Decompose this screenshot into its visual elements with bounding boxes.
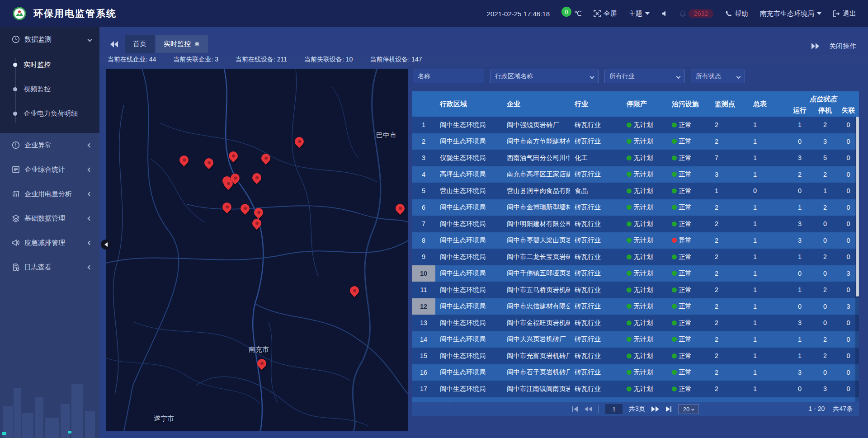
table-row[interactable]: 10阆中生态环境局阆中千佛镇五郎垭页岩砖瓦行业无计划正常21003: [412, 265, 859, 282]
logout-button[interactable]: 退出: [833, 9, 856, 18]
sidebar: 数据监测实时监控视频监控企业电力负荷明细企业异常企业综合统计企业用电量分析基础数…: [0, 27, 99, 438]
table-row[interactable]: 4高坪生态环境局南充市高坪区王家店建砖瓦行业无计划正常31220: [412, 166, 859, 183]
table-row[interactable]: 14阆中生态环境局阆中大兴页岩机砖厂砖瓦行业无计划正常21120: [412, 331, 859, 348]
cell-stopped: 0: [812, 216, 838, 232]
map-panel[interactable]: 巴中市南充市遂宁市: [106, 69, 408, 431]
enterprise-table: 行政区域 企业 行业 停限产 治污设施 监测点 总表 点位状态 运行 停机 失联…: [412, 91, 859, 402]
table-scrollbar[interactable]: [855, 117, 859, 402]
cell-region: 高坪生态环境局: [435, 166, 502, 183]
app-title: 环保用电监管系统: [33, 7, 117, 20]
cell-running: 3: [787, 216, 812, 232]
table-row[interactable]: 9阆中生态环境局阆中市二龙长宝页岩砖砖瓦行业无计划正常21120: [412, 249, 859, 265]
sidebar-item-2[interactable]: 企业异常: [0, 133, 99, 157]
status-dot-icon: [672, 337, 677, 342]
sidebar-subitem-视频监控[interactable]: 视频监控: [0, 77, 99, 101]
sidebar-subitem-企业电力负荷明细[interactable]: 企业电力负荷明细: [0, 101, 99, 126]
cell-running: 0: [787, 397, 812, 403]
table-row[interactable]: 15阆中生态环境局阆中市光富页岩机砖厂砖瓦行业无计划正常21120: [412, 348, 859, 364]
table-row[interactable]: 5营山生态环境局营山县润丰肉食品有限食品无计划正常10010: [412, 183, 859, 199]
sidebar-item-1[interactable]: 数据监测: [0, 27, 99, 52]
sidebar-item-3[interactable]: 企业综合统计: [0, 157, 99, 182]
org-dropdown[interactable]: 南充市生态环境局: [760, 9, 821, 18]
speaker-icon: [661, 10, 668, 17]
table-row[interactable]: 16阆中生态环境局阆中市石子页岩机砖厂砖瓦行业无计划正常21300: [412, 364, 859, 381]
sidebar-subitem-label: 企业电力负荷明细: [24, 109, 78, 118]
stat-当前在线企业: 当前在线企业: 44: [108, 56, 156, 64]
cell-industry: 砖瓦行业: [570, 282, 622, 298]
table-row[interactable]: 11阆中生态环境局阆中市五马桥页岩机砖砖瓦行业无计划正常21120: [412, 282, 859, 298]
name-search-input[interactable]: 名称: [413, 70, 484, 83]
cell-company: 西南油气田分公司川中: [502, 150, 570, 166]
col-region: 行政区域: [435, 91, 502, 117]
notifications[interactable]: 2632: [679, 9, 713, 18]
table-row[interactable]: 7阆中生态环境局阆中明阳建材有限公司砖瓦行业无计划正常21300: [412, 216, 859, 232]
sidebar-item-6[interactable]: 应急减排管理: [0, 231, 99, 255]
table-row[interactable]: 6阆中生态环境局阆中市金博瑞新型墙材砖瓦行业无计划正常21120: [412, 199, 859, 216]
close-operations-button[interactable]: 关闭操作: [829, 42, 856, 51]
table-row[interactable]: 17阆中生态环境局阆中市江南镇阆南页岩砖瓦行业无计划正常21030: [412, 381, 859, 397]
next-page-button[interactable]: [651, 406, 659, 412]
cell-region: 营山生态环境局: [435, 183, 502, 199]
cell-limit-status: 无计划: [622, 282, 667, 298]
cell-stopped: 0: [812, 315, 838, 331]
status-dot-icon: [627, 155, 632, 160]
table-row[interactable]: 18南部生态环境局南部县砌华小河有限公建材加工无计划正常50050: [412, 397, 859, 403]
first-page-button[interactable]: [572, 406, 578, 412]
pagination-info: 1 - 20 共47条: [809, 405, 853, 413]
row-index: 18: [412, 397, 435, 403]
city-label-巴中市: 巴中市: [376, 131, 396, 140]
fullscreen-button[interactable]: 全屏: [594, 9, 617, 18]
sidebar-item-5[interactable]: 基础数据管理: [0, 206, 99, 231]
close-tab-icon[interactable]: ⊗: [194, 40, 200, 47]
last-page-button[interactable]: [665, 406, 672, 412]
row-index: 8: [412, 232, 435, 249]
table-row[interactable]: 13阆中生态环境局阆中市金福旺页岩机砖砖瓦行业无计划正常21300: [412, 315, 859, 331]
sidebar-item-label: 企业用电量分析: [24, 190, 72, 198]
page-number-input[interactable]: 1: [605, 404, 623, 414]
name-input-placeholder: 名称: [418, 72, 430, 80]
cell-meters: 1: [749, 282, 787, 298]
cell-company: 阆中市光富页岩机砖厂: [502, 348, 570, 364]
row-index: 11: [412, 282, 435, 298]
table-row[interactable]: 3仪陇生态环境局西南油气田分公司川中化工无计划正常71350: [412, 150, 859, 166]
scroll-tabs-left-icon[interactable]: [110, 41, 118, 47]
scrollbar-thumb[interactable]: [856, 117, 859, 297]
cell-company: 阆中市五马桥页岩机砖: [502, 282, 570, 298]
city-skyline-decoration: [0, 370, 99, 438]
cell-industry: 砖瓦行业: [570, 315, 622, 331]
status-dot-icon: [627, 320, 632, 325]
cell-facility-status: 正常: [667, 166, 710, 183]
table-header: 行政区域 企业 行业 停限产 治污设施 监测点 总表 点位状态 运行 停机 失联: [412, 91, 859, 117]
bullet-dot-icon: [13, 63, 17, 67]
help-button[interactable]: 帮助: [725, 9, 748, 18]
table-row[interactable]: 8阆中生态环境局阆中市枣碧大梁山页岩砖瓦行业无计划异常21300: [412, 232, 859, 249]
map-collapse-button[interactable]: [101, 240, 111, 250]
cell-region: 阆中生态环境局: [435, 298, 502, 315]
sidebar-item-7[interactable]: 日志查看: [0, 255, 99, 279]
tab-首页[interactable]: 首页: [125, 35, 155, 53]
cell-points: 2: [710, 381, 749, 397]
cell-limit-status: 无计划: [622, 216, 667, 232]
cell-stopped: 2: [812, 249, 838, 265]
sidebar-item-4[interactable]: 企业用电量分析: [0, 182, 99, 206]
stat-当前停机设备: 当前停机设备: 147: [370, 56, 422, 64]
tab-实时监控[interactable]: 实时监控⊗: [156, 35, 208, 53]
scroll-tabs-right-icon[interactable]: [811, 43, 819, 49]
region-select[interactable]: 行政区域名称: [490, 70, 599, 83]
col-facility: 治污设施: [667, 91, 710, 117]
cell-region: 仪陇生态环境局: [435, 150, 502, 166]
sidebar-subitem-实时监控[interactable]: 实时监控: [0, 52, 99, 77]
table-row[interactable]: 2阆中生态环境局阆中市南方节能建材有砖瓦行业无计划正常21030: [412, 133, 859, 150]
mute-button[interactable]: [661, 10, 668, 17]
table-row[interactable]: 12阆中生态环境局阆中市忠信建材有限公砖瓦行业无计划正常21003: [412, 298, 859, 315]
row-index: 1: [412, 117, 435, 133]
theme-dropdown[interactable]: 主题: [629, 9, 650, 18]
row-index: 12: [412, 298, 435, 315]
sidebar-item-label: 企业综合统计: [24, 165, 65, 174]
table-row[interactable]: 1阆中生态环境局阆中强锐页岩砖厂砖瓦行业无计划正常21120: [412, 117, 859, 133]
status-select[interactable]: 所有状态: [691, 70, 745, 83]
cell-meters: 1: [749, 216, 787, 232]
prev-page-button[interactable]: [585, 406, 592, 412]
industry-select[interactable]: 所有行业: [604, 70, 685, 83]
page-size-select[interactable]: 20: [678, 404, 699, 414]
